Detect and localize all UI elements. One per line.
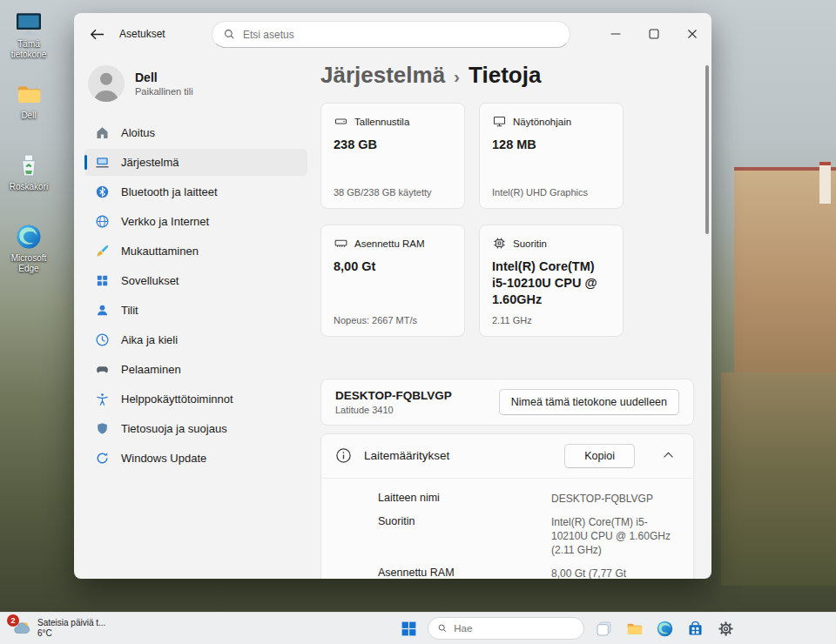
sidebar-item-label: Tietosuoja ja suojaus: [121, 422, 227, 435]
minimize-button[interactable]: [597, 13, 635, 55]
sidebar-item-personalization[interactable]: Mukauttaminen: [84, 238, 307, 265]
edge-button[interactable]: [653, 617, 676, 640]
file-explorer-button[interactable]: [623, 617, 645, 640]
search-icon: [223, 28, 236, 41]
sidebar-item-label: Sovellukset: [121, 274, 179, 287]
settings-search-box[interactable]: [212, 21, 570, 48]
microsoft-store-button[interactable]: [684, 617, 706, 640]
ram-icon: [334, 236, 348, 251]
desktop-icon-dell-folder[interactable]: Dell: [2, 80, 56, 151]
card-storage: Tallennustila 238 GB 38 GB/238 GB käytet…: [320, 103, 465, 209]
user-profile[interactable]: Dell Paikallinen tili: [74, 55, 318, 119]
card-detail: Intel(R) UHD Graphics: [492, 180, 610, 198]
game-controller-icon: [95, 362, 110, 377]
back-arrow-icon: [88, 26, 104, 43]
settings-main: Järjestelmä › Tietoja Tallennustila 238 …: [320, 55, 694, 579]
edge-icon: [656, 620, 674, 638]
folder-icon: [15, 80, 43, 108]
breadcrumb-parent[interactable]: Järjestelmä: [320, 62, 445, 89]
taskbar-search-input[interactable]: [454, 623, 575, 634]
sidebar-item-apps[interactable]: Sovellukset: [84, 267, 307, 294]
sidebar-item-label: Järjestelmä: [121, 156, 179, 169]
desktop-icon-label: Roskakori: [10, 182, 48, 192]
settings-button[interactable]: [714, 617, 737, 640]
gear-icon: [717, 620, 735, 638]
breadcrumb-separator: ›: [454, 66, 460, 87]
breadcrumb: Järjestelmä › Tietoja: [320, 55, 694, 89]
device-model: Latitude 3410: [335, 405, 452, 415]
weather-temperature: 6°C: [37, 628, 105, 640]
desktop-icon-label: Dell: [21, 111, 36, 121]
card-detail: 38 GB/238 GB käytetty: [334, 180, 452, 198]
update-icon: [95, 451, 110, 466]
card-detail: Nopeus: 2667 MT/s: [334, 308, 452, 325]
apps-grid-icon: [95, 273, 110, 288]
window-scrollbar[interactable]: [705, 65, 709, 234]
task-view-button[interactable]: [592, 617, 615, 640]
maximize-button[interactable]: [635, 13, 673, 55]
titlebar: Asetukset: [74, 13, 711, 55]
sidebar-item-label: Bluetooth ja laitteet: [121, 185, 218, 198]
avatar: [88, 65, 125, 102]
desktop-icon-label: Microsoft Edge: [3, 253, 55, 274]
microsoft-store-icon: [686, 620, 705, 638]
window-title: Asetukset: [119, 28, 165, 40]
spec-label: Asennettu RAM: [378, 567, 530, 579]
desktop-icon-recycle-bin[interactable]: Roskakori: [2, 151, 56, 223]
sidebar-item-label: Aika ja kieli: [121, 333, 178, 346]
accessibility-icon: [95, 392, 110, 406]
sidebar-item-gaming[interactable]: Pelaaminen: [84, 356, 307, 383]
sidebar-item-system[interactable]: Järjestelmä: [84, 149, 307, 176]
card-ram: Asennettu RAM 8,00 Gt Nopeus: 2667 MT/s: [320, 225, 465, 337]
taskbar-search-box[interactable]: [428, 617, 584, 640]
sidebar-item-label: Aloitus: [121, 126, 155, 139]
settings-search-input[interactable]: [243, 29, 559, 41]
sidebar-item-time-language[interactable]: Aika ja kieli: [84, 326, 307, 353]
notification-badge: 2: [7, 614, 19, 627]
card-cpu: Suoritin Intel(R) Core(TM) i5-10210U CPU…: [479, 225, 624, 337]
sidebar-item-windows-update[interactable]: Windows Update: [84, 445, 307, 472]
card-gpu: Näytönohjain 128 MB Intel(R) UHD Graphic…: [479, 103, 624, 209]
card-title: Suoritin: [513, 238, 547, 249]
sidebar-item-label: Verkko ja Internet: [121, 215, 209, 228]
device-name-section: DESKTOP-FQBLVGP Latitude 3410 Nimeä tämä…: [320, 379, 694, 426]
sidebar-item-privacy[interactable]: Tietosuoja ja suojaus: [84, 415, 307, 442]
chevron-up-icon[interactable]: [661, 448, 676, 463]
desktop-icon-label: Tämä tietokone: [3, 39, 55, 60]
card-detail: 2.11 GHz: [492, 308, 610, 325]
settings-window: Asetukset Dell Paikallinen tili Aloitus: [74, 13, 711, 579]
shield-icon: [95, 421, 110, 436]
desktop-icon-this-pc[interactable]: Tämä tietokone: [2, 9, 56, 80]
spec-value: DESKTOP-FQBLVGP: [551, 492, 679, 506]
page-title: Tietoja: [469, 62, 541, 89]
display-adapter-icon: [492, 114, 507, 129]
back-button[interactable]: [83, 21, 109, 47]
close-button[interactable]: [673, 13, 711, 55]
sidebar-item-accessibility[interactable]: Helppokäyttötoiminnot: [84, 386, 307, 413]
sidebar-item-home[interactable]: Aloitus: [84, 119, 307, 146]
cpu-icon: [492, 236, 507, 251]
storage-icon: [334, 114, 348, 129]
accounts-person-icon: [95, 303, 110, 318]
sidebar-item-network[interactable]: Verkko ja Internet: [84, 208, 307, 235]
sidebar-item-accounts[interactable]: Tilit: [84, 297, 307, 324]
spec-value: Intel(R) Core(TM) i5-10210U CPU @ 1.60GH…: [551, 515, 679, 558]
maximize-icon: [646, 26, 662, 42]
card-value: 8,00 Gt: [334, 258, 452, 275]
task-view-icon: [595, 620, 613, 638]
spec-label: Laitteen nimi: [378, 492, 530, 506]
sidebar-item-bluetooth[interactable]: Bluetooth ja laitteet: [84, 178, 307, 205]
desktop-icon-edge[interactable]: Microsoft Edge: [2, 223, 56, 294]
device-specifications-rows: Laitteen nimi DESKTOP-FQBLVGP Suoritin I…: [321, 478, 693, 579]
rename-pc-button[interactable]: Nimeä tämä tietokone uudelleen: [499, 389, 679, 415]
start-button[interactable]: [397, 617, 420, 640]
device-specifications-header[interactable]: Laitemääritykset Kopioi: [321, 434, 693, 478]
bluetooth-icon: [95, 184, 110, 199]
desktop-icon-list: Tämä tietokone Dell Roskakori Microsoft …: [2, 9, 56, 294]
this-pc-icon: [15, 9, 43, 37]
weather-widget[interactable]: 2 Sateisia päiviä t... 6°C: [0, 613, 114, 644]
copy-button[interactable]: Kopioi: [564, 444, 635, 468]
home-icon: [95, 125, 110, 140]
brush-icon: [95, 244, 110, 258]
user-name: Dell: [135, 70, 193, 84]
